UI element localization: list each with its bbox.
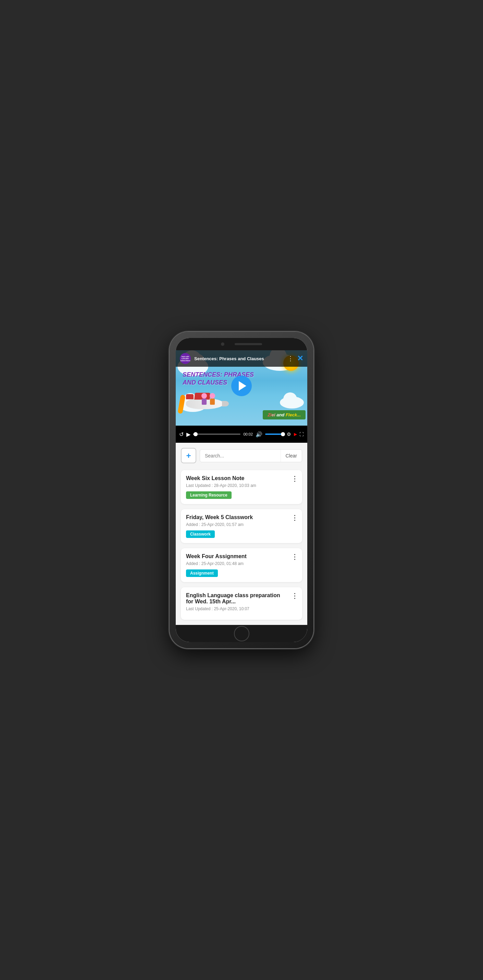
propeller-icon <box>177 395 185 414</box>
video-controls: ↺ ▶ 00:02 🔊 ⚙ ▶ ⛶ <box>176 426 307 443</box>
card-subtitle-3: Added : 25-Apr-2020, 01:48 am <box>186 561 297 566</box>
search-input-wrap: Clear <box>200 449 302 462</box>
plane-nose <box>222 401 229 406</box>
clear-button[interactable]: Clear <box>281 450 302 462</box>
home-bar <box>176 625 307 642</box>
play-icon <box>239 381 246 391</box>
volume-handle[interactable] <box>281 432 285 436</box>
card-menu-button-1[interactable]: ⋮ <box>291 475 298 482</box>
card-menu-button-4[interactable]: ⋮ <box>291 592 298 599</box>
volume-button[interactable]: 🔊 <box>255 431 262 438</box>
progress-handle[interactable] <box>193 432 198 436</box>
video-container: learn edu 4,55,000+ Subscribers Sentence… <box>176 350 307 443</box>
card-subtitle-1: Last Updated : 28-Apr-2020, 10:03 am <box>186 483 297 488</box>
progress-bar[interactable] <box>193 433 241 435</box>
add-button[interactable]: + <box>181 448 196 463</box>
card-english-class: ⋮ English Language class preparation for… <box>181 587 302 620</box>
card-week-six-lesson: ⋮ Week Six Lesson Note Last Updated : 28… <box>181 470 302 504</box>
search-row: + Clear <box>181 448 302 463</box>
tag-assignment: Assignment <box>186 570 218 577</box>
card-title-3: Week Four Assignment <box>186 554 297 560</box>
time-display: 00:02 <box>243 432 253 436</box>
phone-frame: learn edu 4,55,000+ Subscribers Sentence… <box>170 332 314 648</box>
settings-button[interactable]: ⚙ <box>287 431 291 437</box>
card-title-4: English Language class preparation for W… <box>186 592 297 605</box>
camera-dot <box>221 342 225 346</box>
card-menu-button-3[interactable]: ⋮ <box>291 554 298 560</box>
fullscreen-button[interactable]: ⛶ <box>300 432 304 437</box>
plus-icon: + <box>186 452 191 460</box>
home-button[interactable] <box>234 626 249 641</box>
video-title: Sentences: Phrases and Clauses <box>194 356 284 361</box>
status-bar <box>176 338 307 350</box>
characters <box>201 393 215 406</box>
tag-learning-resource: Learning Resource <box>186 492 231 499</box>
youtube-logo: ▶ <box>294 432 296 437</box>
volume-slider[interactable] <box>265 433 284 435</box>
card-menu-button-2[interactable]: ⋮ <box>291 514 298 521</box>
video-close-button[interactable]: ✕ <box>297 354 303 363</box>
card-title-1: Week Six Lesson Note <box>186 475 297 481</box>
play-pause-button[interactable]: ▶ <box>187 431 190 438</box>
replay-button[interactable]: ↺ <box>179 431 183 438</box>
video-options-icon[interactable]: ⋮ <box>287 355 293 362</box>
video-top-bar: learn edu 4,55,000+ Subscribers Sentence… <box>176 350 307 367</box>
tag-classwork: Classwork <box>186 530 215 538</box>
card-subtitle-4: Last Updated : 25-Apr-2020, 10:07 <box>186 606 297 611</box>
content-area: + Clear ⋮ Week Six Lesson Note Last Upda… <box>176 443 307 625</box>
card-subtitle-2: Added : 25-Apr-2020, 01:57 am <box>186 522 297 527</box>
card-friday-classwork: ⋮ Friday, Week 5 Classwork Added : 25-Ap… <box>181 509 302 543</box>
plane-tail <box>186 394 193 399</box>
play-button[interactable] <box>231 375 252 396</box>
card-title-2: Friday, Week 5 Classwork <box>186 514 297 520</box>
speaker-bar <box>234 343 262 345</box>
search-input[interactable] <box>200 450 281 462</box>
plane-graphic <box>179 391 231 415</box>
channel-logo: learn edu 4,55,000+ Subscribers <box>180 353 191 364</box>
phone-screen: learn edu 4,55,000+ Subscribers Sentence… <box>176 338 307 642</box>
cloud-4 <box>280 396 304 409</box>
banner-graphic: Ziei and Fleck... <box>263 410 306 420</box>
card-week-four-assignment: ⋮ Week Four Assignment Added : 25-Apr-20… <box>181 548 302 582</box>
